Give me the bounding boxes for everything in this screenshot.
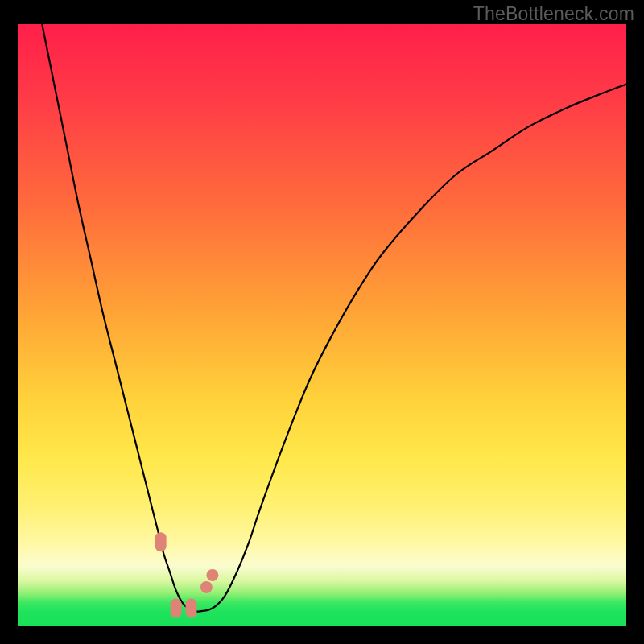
watermark-text: TheBottleneck.com <box>473 3 634 25</box>
marker-dot <box>200 581 213 593</box>
marker-pill <box>155 532 167 551</box>
bottleneck-curve <box>42 24 626 612</box>
curve-svg <box>18 24 626 626</box>
marker-dot <box>206 569 218 581</box>
curve-markers <box>155 532 219 617</box>
plot-area <box>18 24 626 626</box>
marker-pill <box>171 599 182 618</box>
marker-pill <box>185 599 196 618</box>
chart-frame: TheBottleneck.com <box>0 0 644 644</box>
